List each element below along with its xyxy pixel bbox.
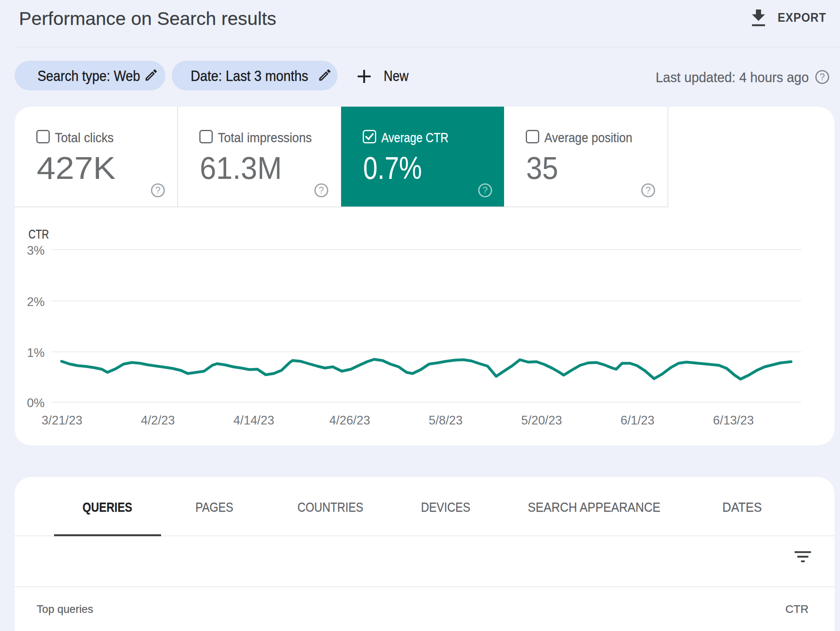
svg-text:?: ? xyxy=(819,71,825,82)
